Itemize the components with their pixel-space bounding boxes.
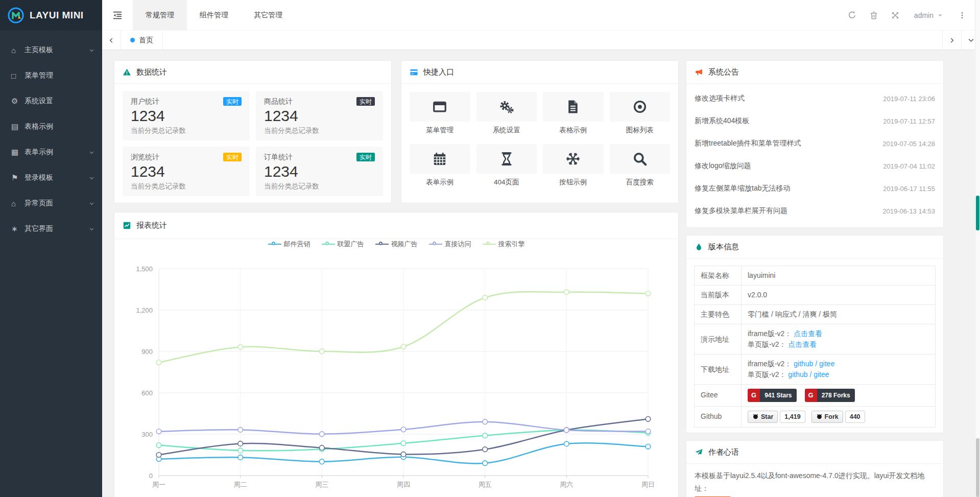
nav-tab-general[interactable]: 常规管理 bbox=[133, 0, 187, 30]
file-icon bbox=[543, 92, 604, 122]
stat-label: 商品统计 bbox=[264, 97, 293, 106]
link-prefix: 单页版-v2： bbox=[748, 370, 788, 378]
quick-tile-form[interactable]: 表单示例 bbox=[410, 144, 470, 187]
sidebar-item-label: 其它界面 bbox=[25, 224, 53, 233]
tab-home[interactable]: 首页 bbox=[121, 31, 163, 50]
sidebar-item-form[interactable]: ▦表单示例 bbox=[0, 139, 102, 165]
quick-tile-label: 菜单管理 bbox=[410, 126, 470, 135]
link-separator: / bbox=[808, 370, 814, 378]
sidebar-item-settings[interactable]: ⚙系统设置 bbox=[0, 88, 102, 114]
announcement-date: 2019-07-11 23:06 bbox=[883, 95, 935, 103]
sidebar-item-login[interactable]: ⚑登录模板 bbox=[0, 165, 102, 191]
chart-legend-item-3[interactable]: 视频广告 bbox=[375, 240, 418, 249]
github-count[interactable]: 440 bbox=[845, 411, 865, 423]
announcement-text: 修复左侧菜单缩放tab无法移动 bbox=[695, 184, 790, 193]
nav-tab-component[interactable]: 组件管理 bbox=[187, 0, 241, 30]
version-row-value: G941 StarsG278 Forks bbox=[742, 385, 936, 407]
gitee-badge[interactable]: G278 Forks bbox=[805, 389, 855, 402]
github-button-label: Star bbox=[761, 412, 773, 422]
kebab-menu-icon[interactable] bbox=[951, 0, 973, 31]
quick-tile-icons[interactable]: 图标列表 bbox=[610, 92, 671, 135]
quick-tile-table[interactable]: 表格示例 bbox=[543, 92, 604, 135]
sidebar-item-error[interactable]: ⌂异常页面 bbox=[0, 191, 102, 216]
legend-marker bbox=[429, 241, 442, 247]
announcement-item[interactable]: 新增treetable插件和菜单管理样式2019-07-05 14:28 bbox=[695, 132, 935, 155]
gitee-badge-label: 278 Forks bbox=[817, 389, 855, 402]
admin-dropdown[interactable]: admin bbox=[906, 11, 951, 19]
announcement-item[interactable]: 修复多模块菜单栏展开有问题2019-06-13 14:53 bbox=[695, 200, 935, 222]
announcement-text: 新增treetable插件和菜单管理样式 bbox=[695, 139, 801, 148]
topbar-actions: admin bbox=[842, 0, 980, 30]
nav-tab-other[interactable]: 其它管理 bbox=[241, 0, 295, 30]
tabbar: 首页 bbox=[102, 31, 980, 50]
link-gitee[interactable]: gitee bbox=[814, 370, 829, 378]
login-menu-icon: ⚑ bbox=[11, 173, 25, 182]
link-点击查看[interactable]: 点击查看 bbox=[788, 340, 817, 348]
trash-icon[interactable] bbox=[863, 0, 885, 31]
sidebar-menu: ⌂主页模板□菜单管理⚙系统设置▤表格示例▦表单示例⚑登录模板⌂异常页面∗其它界面 bbox=[0, 31, 102, 242]
logo[interactable]: LAYUI MINI bbox=[0, 0, 102, 31]
sidebar-item-table[interactable]: ▤表格示例 bbox=[0, 114, 102, 139]
stat-box-top: 订单统计实时 bbox=[264, 153, 375, 162]
fullscreen-icon[interactable] bbox=[885, 0, 906, 31]
quick-tile-menu[interactable]: 菜单管理 bbox=[410, 92, 470, 135]
sidebar-item-home[interactable]: ⌂主页模板 bbox=[0, 37, 102, 63]
chart-legend-item-1[interactable]: 邮件营销 bbox=[268, 240, 310, 249]
svg-text:周日: 周日 bbox=[641, 481, 655, 488]
version-row-5: 下载地址iframe版-v2： github / gitee单页版-v2： gi… bbox=[695, 354, 936, 385]
sidebar-item-label: 菜单管理 bbox=[25, 71, 53, 80]
version-table: 框架名称layuimini当前版本v2.0.0主要特色零门槛 / 响应式 / 清… bbox=[694, 266, 936, 428]
quick-tile-baidu[interactable]: 百度搜索 bbox=[610, 144, 671, 187]
chart-legend-item-5[interactable]: 搜索引擎 bbox=[483, 240, 525, 249]
sidebar-item-label: 异常页面 bbox=[25, 199, 53, 208]
legend-label: 直接访问 bbox=[445, 240, 471, 249]
refresh-icon[interactable] bbox=[842, 0, 863, 31]
link-prefix: iframe版-v2： bbox=[748, 360, 794, 368]
quick-entry-card: 快捷入口 菜单管理系统设置表格示例图标列表表单示例404页面按钮示例百度搜索 bbox=[401, 60, 679, 203]
chart-legend-item-4[interactable]: 直接访问 bbox=[429, 240, 471, 249]
gitee-badge[interactable]: G941 Stars bbox=[748, 389, 797, 402]
chevron-down-icon bbox=[89, 150, 94, 155]
sidebar-item-other[interactable]: ∗其它界面 bbox=[0, 216, 102, 242]
announcement-item[interactable]: 修复左侧菜单缩放tab无法移动2019-06-17 11:55 bbox=[695, 177, 935, 200]
version-row-7: GithubStar1,419Fork440 bbox=[695, 406, 936, 428]
search-icon bbox=[610, 144, 671, 174]
quick-tile-label: 表单示例 bbox=[410, 178, 470, 187]
link-github[interactable]: github bbox=[788, 370, 807, 378]
quick-tile-button[interactable]: 按钮示例 bbox=[543, 144, 604, 187]
quick-tile-page404[interactable]: 404页面 bbox=[476, 144, 537, 187]
github-star-button[interactable]: Star bbox=[748, 411, 778, 423]
stats-grid: 用户统计实时1234当前分类总记录数商品统计实时1234当前分类总记录数浏览统计… bbox=[114, 84, 391, 203]
quick-card-header: 快捷入口 bbox=[401, 61, 678, 84]
gitee-badge-label: 941 Stars bbox=[760, 389, 796, 402]
calendar-icon bbox=[410, 144, 470, 174]
version-value-text: layuimini bbox=[748, 271, 775, 279]
sidebar-item-menu[interactable]: □菜单管理 bbox=[0, 63, 102, 88]
announcement-list: 修改选项卡样式2019-07-11 23:06新增系统404模板2019-07-… bbox=[686, 84, 943, 222]
version-row-value: Star1,419Fork440 bbox=[742, 406, 936, 428]
announcement-item[interactable]: 新增系统404模板2019-07-11 12:57 bbox=[695, 110, 935, 132]
quick-tile-settings[interactable]: 系统设置 bbox=[476, 92, 537, 135]
version-info-card: 版本信息 框架名称layuimini当前版本v2.0.0主要特色零门槛 / 响应… bbox=[686, 235, 944, 433]
link-点击查看[interactable]: 点击查看 bbox=[794, 329, 822, 338]
scrollbar-thumb-teal[interactable] bbox=[976, 196, 979, 230]
announcement-item[interactable]: 修改选项卡样式2019-07-11 23:06 bbox=[695, 87, 935, 110]
version-row-1: 框架名称layuimini bbox=[695, 266, 936, 286]
tab-scroll-left-button[interactable] bbox=[102, 31, 121, 50]
stats-card-title: 数据统计 bbox=[136, 67, 167, 77]
legend-label: 联盟广告 bbox=[338, 240, 364, 249]
legend-label: 搜索引擎 bbox=[498, 240, 525, 249]
tab-scroll-right-button[interactable] bbox=[942, 31, 961, 50]
quick-grid: 菜单管理系统设置表格示例图标列表表单示例404页面按钮示例百度搜索 bbox=[401, 84, 678, 195]
github-fork-button[interactable]: Fork bbox=[811, 411, 843, 423]
link-github[interactable]: github bbox=[794, 360, 813, 368]
scrollbar-thumb-gray[interactable] bbox=[976, 438, 979, 497]
announcement-date: 2019-06-17 11:55 bbox=[883, 185, 935, 193]
link-gitee[interactable]: gitee bbox=[819, 360, 834, 368]
announcement-text: 修改选项卡样式 bbox=[695, 94, 745, 103]
collapse-menu-button[interactable] bbox=[102, 0, 133, 30]
chart-legend-item-2[interactable]: 联盟广告 bbox=[322, 240, 364, 249]
github-count[interactable]: 1,419 bbox=[780, 411, 805, 423]
announcement-item[interactable]: 修改logo缩放问题2019-07-04 11:02 bbox=[695, 155, 935, 177]
announce-card-header: 系统公告 bbox=[686, 61, 943, 84]
